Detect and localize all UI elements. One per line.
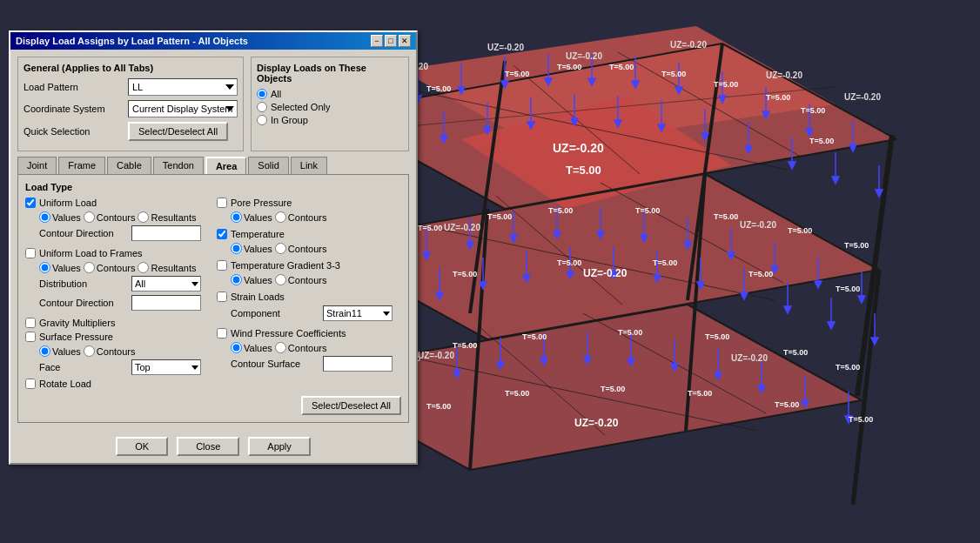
rotate-load-row: Rotate Load xyxy=(25,379,210,389)
svg-text:T=5.00: T=5.00 xyxy=(566,164,601,177)
pp-values-label: Values xyxy=(244,212,272,223)
temperature-checkbox[interactable] xyxy=(217,229,227,239)
tab-joint[interactable]: Joint xyxy=(17,157,57,174)
gravity-checkbox[interactable] xyxy=(25,318,36,328)
tg-values-label: Values xyxy=(244,275,272,285)
contour-surface-label: Contour Surface xyxy=(231,359,318,369)
surface-pressure-label[interactable]: Surface Pressure xyxy=(39,332,113,342)
svg-text:T=5.00: T=5.00 xyxy=(426,402,451,411)
wind-pressure-row: Wind Pressure Coefficients xyxy=(217,328,401,339)
contour-direction-label: Contour Direction xyxy=(39,228,126,238)
temperature-label[interactable]: Temperature xyxy=(231,229,285,239)
face-select[interactable]: Top xyxy=(131,359,201,375)
svg-text:T=5.00: T=5.00 xyxy=(487,212,512,221)
svg-text:T=5.00: T=5.00 xyxy=(653,258,677,267)
load-type-grid: Uniform Load Values Contours Resultants … xyxy=(25,198,401,392)
tg-contours-label: Contours xyxy=(288,275,327,285)
sp-contours-label: Contours xyxy=(97,346,136,357)
temp-gradient-label[interactable]: Temperature Gradient 3-3 xyxy=(231,260,340,271)
pore-pressure-label[interactable]: Pore Pressure xyxy=(231,198,292,208)
svg-text:UZ=-0.20: UZ=-0.20 xyxy=(418,351,454,360)
uniform-load-checkbox[interactable] xyxy=(25,198,36,208)
contour-direction-input[interactable] xyxy=(131,225,201,241)
bottom-select-deselect-button[interactable]: Select/Deselect All xyxy=(301,396,401,415)
contour-surface-row: Contour Surface xyxy=(231,356,401,372)
svg-text:T=5.00: T=5.00 xyxy=(453,270,477,278)
sp-radio-group: Values Contours xyxy=(39,345,210,357)
pp-radio-group: Values Contours xyxy=(231,211,401,223)
pore-pressure-row: Pore Pressure xyxy=(217,198,401,208)
uniform-frames-row: Uniform Load to Frames xyxy=(25,248,210,258)
contour-dir2-label: Contour Direction xyxy=(39,298,126,308)
tab-cable[interactable]: Cable xyxy=(107,157,151,174)
contour-dir2-row: Contour Direction xyxy=(39,295,210,311)
tab-area[interactable]: Area xyxy=(205,157,246,174)
svg-text:UZ=-0.20: UZ=-0.20 xyxy=(574,417,619,429)
ok-button[interactable]: OK xyxy=(116,437,168,456)
pp-contours-label: Contours xyxy=(288,212,327,223)
select-deselect-all-button[interactable]: Select/Deselect All xyxy=(128,122,228,141)
temp-gradient-checkbox[interactable] xyxy=(217,260,227,271)
svg-text:T=5.00: T=5.00 xyxy=(453,341,477,350)
in-group-label[interactable]: In Group xyxy=(271,115,308,125)
uf-radio-group: Values Contours Resultants xyxy=(39,262,210,273)
svg-text:T=5.00: T=5.00 xyxy=(618,328,642,337)
uniform-load-label[interactable]: Uniform Load xyxy=(39,198,97,208)
tab-tendon[interactable]: Tendon xyxy=(153,157,204,174)
selected-only-radio[interactable] xyxy=(257,102,267,112)
contour-dir2-input[interactable] xyxy=(131,295,201,311)
svg-text:UZ=-0.20: UZ=-0.20 xyxy=(583,267,628,279)
strain-loads-checkbox[interactable] xyxy=(217,292,227,302)
in-group-radio[interactable] xyxy=(257,115,267,125)
svg-text:T=5.00: T=5.00 xyxy=(688,389,712,398)
tg-radio-group: Values Contours xyxy=(231,274,401,285)
strain-loads-label[interactable]: Strain Loads xyxy=(231,292,285,302)
temp-contours-label: Contours xyxy=(288,244,327,254)
bottom-action-row: Select/Deselect All xyxy=(25,392,401,415)
temperature-row: Temperature xyxy=(217,229,401,239)
close-button[interactable]: Close xyxy=(177,437,239,456)
face-row: Face Top xyxy=(39,359,210,375)
dialog-title: Display Load Assigns by Load Pattern - A… xyxy=(16,36,248,46)
apply-button[interactable]: Apply xyxy=(248,437,311,456)
dialog-titlebar: Display Load Assigns by Load Pattern - A… xyxy=(10,32,416,50)
all-radio-group: All xyxy=(257,89,403,99)
load-pattern-select[interactable]: LL xyxy=(128,78,238,96)
dialog-controls: − □ ✕ xyxy=(371,35,411,47)
load-pattern-label: Load Pattern xyxy=(23,82,128,92)
tab-link[interactable]: Link xyxy=(291,157,327,174)
ul-radio-group: Values Contours Resultants xyxy=(39,211,210,223)
surface-pressure-checkbox[interactable] xyxy=(25,332,36,342)
maximize-button[interactable]: □ xyxy=(385,35,397,47)
svg-text:UZ=-0.20: UZ=-0.20 xyxy=(444,223,480,232)
rotate-load-label[interactable]: Rotate Load xyxy=(39,379,91,389)
in-group-radio-group: In Group xyxy=(257,115,403,125)
svg-text:T=5.00: T=5.00 xyxy=(557,258,581,267)
contour-dir-row: Contour Direction xyxy=(39,225,210,241)
minimize-button[interactable]: − xyxy=(371,35,383,47)
wp-values-label: Values xyxy=(244,343,272,353)
contour-surface-input[interactable] xyxy=(323,356,393,372)
tab-solid[interactable]: Solid xyxy=(248,157,288,174)
uniform-frames-label[interactable]: Uniform Load to Frames xyxy=(39,248,143,258)
strain-loads-row: Strain Loads xyxy=(217,292,401,302)
all-label[interactable]: All xyxy=(271,89,281,99)
coord-system-select[interactable]: Current Display System xyxy=(128,100,238,117)
distribution-select[interactable]: All xyxy=(131,276,201,292)
dialog-content: General (Applies to All Tabs) Load Patte… xyxy=(10,50,416,430)
rotate-load-checkbox[interactable] xyxy=(25,379,36,389)
gravity-row: Gravity Multipliers xyxy=(25,318,210,328)
sp-values-label: Values xyxy=(52,346,81,357)
gravity-label[interactable]: Gravity Multipliers xyxy=(39,318,115,328)
wind-pressure-label[interactable]: Wind Pressure Coefficients xyxy=(231,328,346,339)
component-select[interactable]: Strain11 xyxy=(323,305,393,321)
tab-frame[interactable]: Frame xyxy=(58,157,105,174)
close-window-button[interactable]: ✕ xyxy=(399,35,411,47)
wp-radio-group: Values Contours xyxy=(231,342,401,353)
selected-only-label[interactable]: Selected Only xyxy=(271,102,330,112)
uniform-frames-checkbox[interactable] xyxy=(25,248,36,258)
general-section-title: General (Applies to All Tabs) xyxy=(23,63,238,73)
pore-pressure-checkbox[interactable] xyxy=(217,198,227,208)
all-radio[interactable] xyxy=(257,89,267,99)
wind-pressure-checkbox[interactable] xyxy=(217,328,227,339)
